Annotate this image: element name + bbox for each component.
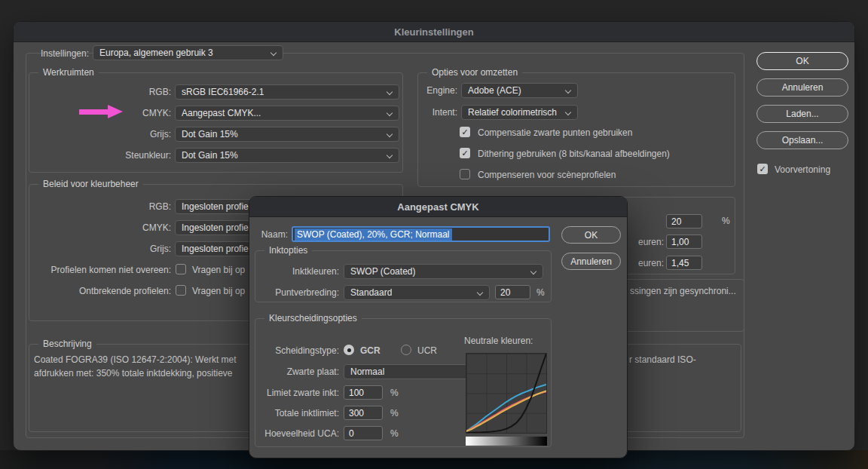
total-ink-limit-value: 300 — [349, 408, 364, 418]
blend-text-gamma-value: 1,45 — [671, 258, 689, 268]
ink-colors-label: Inktkleuren: — [255, 266, 339, 277]
gray-policy-label: Grijs: — [29, 244, 171, 254]
separation-type-label: Scheidingstype: — [255, 345, 339, 356]
uca-amount-suffix: % — [390, 428, 399, 439]
total-ink-limit-label: Totale inktlimiet: — [255, 408, 339, 418]
scene-profiles-label: Compenseren voor scèneprofielen — [478, 170, 616, 180]
blend-rgb-gamma-field[interactable]: 1,00 — [666, 234, 702, 249]
ink-options-title: Inktopties — [264, 245, 312, 256]
total-ink-limit-field[interactable]: 300 — [344, 406, 383, 420]
uca-amount-label: Hoeveelheid UCA: — [255, 428, 339, 439]
chevron-down-icon — [270, 50, 277, 56]
missing-profiles-ask-label: Vragen bij op — [192, 286, 245, 296]
scene-profiles-checkbox[interactable] — [460, 169, 470, 179]
save-button-label: Opslaan... — [782, 135, 824, 146]
gcr-radio-label: GCR — [360, 345, 381, 356]
uca-amount-field[interactable]: 0 — [344, 426, 383, 440]
spot-workspace-value: Dot Gain 15% — [182, 150, 238, 161]
color-settings-titlebar[interactable]: Kleurinstellingen — [14, 22, 854, 42]
black-point-compensation-checkbox[interactable]: ✓ — [460, 127, 470, 137]
preview-checkbox[interactable]: ✓ — [757, 164, 768, 174]
chevron-down-icon — [565, 109, 571, 115]
gray-workspace-select[interactable]: Dot Gain 15% — [175, 127, 399, 142]
dot-gain-value: Standaard — [350, 287, 392, 298]
black-plate-select[interactable]: Normaal — [344, 364, 482, 379]
ink-colors-value: SWOP (Coated) — [350, 266, 415, 277]
chevron-down-icon — [387, 110, 393, 116]
spot-workspace-label: Steunkleur: — [29, 150, 171, 161]
chevron-down-icon — [530, 268, 536, 274]
black-ink-limit-suffix: % — [390, 388, 399, 398]
name-input[interactable]: SWOP (Coated), 20%, GCR; Normaal — [292, 226, 550, 242]
chevron-down-icon — [565, 87, 571, 93]
intent-select[interactable]: Relatief colorimetrisch — [461, 105, 578, 120]
settings-preset-value: Europa, algemeen gebruik 3 — [99, 48, 213, 58]
gray-workspace-label: Grijs: — [29, 129, 171, 139]
cmyk-ok-label: OK — [585, 230, 598, 241]
custom-cmyk-titlebar[interactable]: Aangepast CMYK — [249, 197, 627, 217]
missing-profiles-checkbox[interactable] — [176, 285, 186, 296]
chevron-down-icon — [387, 152, 393, 158]
neutral-colors-curve-chart — [466, 353, 547, 434]
desaturate-monitor-value: 20 — [671, 216, 681, 227]
black-plate-label: Zwarte plaat: — [255, 366, 339, 377]
settings-preset-select[interactable]: Europa, algemeen gebruik 3 — [93, 45, 283, 60]
name-label: Naam: — [254, 229, 288, 240]
check-icon: ✓ — [757, 164, 768, 174]
sync-status-text-fragment: ssingen zijn gesynchroni... — [630, 286, 736, 296]
missing-profiles-label: Ontbrekende profielen: — [29, 286, 171, 296]
profile-mismatch-ask-label: Vragen bij op — [192, 265, 245, 275]
ink-colors-select[interactable]: SWOP (Coated) — [344, 264, 543, 279]
radio-dot-icon — [347, 348, 351, 352]
gcr-radio[interactable] — [344, 345, 354, 355]
name-input-selected-text: SWOP (Coated), 20%, GCR; Normaal — [295, 228, 452, 241]
cmyk-cancel-button[interactable]: Annuleren — [561, 253, 621, 270]
cancel-button[interactable]: Annuleren — [756, 78, 848, 97]
chevron-down-icon — [387, 131, 393, 137]
load-button[interactable]: Laden... — [756, 105, 848, 123]
cmyk-ok-button[interactable]: OK — [561, 226, 621, 244]
neutral-curves-svg — [466, 354, 546, 433]
dot-gain-label: Puntverbreding: — [255, 287, 339, 298]
ucr-radio-label: UCR — [417, 345, 437, 356]
engine-select[interactable]: Adobe (ACE) — [461, 83, 578, 98]
cmyk-cancel-label: Annuleren — [570, 256, 612, 267]
percent-suffix: % — [722, 216, 730, 226]
dot-gain-amount-field[interactable]: 20 — [495, 285, 530, 299]
desaturate-monitor-field[interactable]: 20 — [666, 214, 702, 228]
cmyk-workspace-select[interactable]: Aangepast CMYK... — [175, 106, 399, 121]
save-button[interactable]: Opslaan... — [756, 131, 848, 149]
separation-options-title: Kleurscheidingsopties — [264, 313, 362, 323]
black-ink-limit-value: 100 — [349, 388, 364, 398]
blend-rgb-gamma-value: 1,00 — [671, 237, 689, 247]
workspaces-group: Werkruimten RGB: sRGB IEC61966-2.1 CMYK:… — [29, 72, 403, 173]
spot-workspace-select[interactable]: Dot Gain 15% — [175, 148, 399, 163]
description-right-fragment: r standaard ISO- — [629, 354, 696, 365]
description-line1: Coated FOGRA39 (ISO 12647-2:2004): Werkt… — [34, 354, 237, 365]
cancel-button-label: Annuleren — [782, 82, 824, 93]
grayscale-gradient-bar — [466, 437, 547, 446]
profile-mismatch-checkbox[interactable] — [176, 264, 186, 274]
dialog-title: Kleurinstellingen — [394, 26, 473, 38]
dot-gain-select[interactable]: Standaard — [344, 285, 490, 300]
ok-button[interactable]: OK — [756, 52, 848, 70]
use-dither-checkbox[interactable]: ✓ — [460, 148, 470, 158]
engine-label: Engine: — [418, 85, 457, 96]
cmyk-policy-value: Ingesloten profie — [182, 222, 249, 233]
cmyk-workspace-value: Aangepast CMYK... — [182, 108, 261, 118]
ink-options-group: Inktopties Inktkleuren: SWOP (Coated) Pu… — [255, 250, 552, 302]
chevron-down-icon — [387, 89, 393, 95]
blend-text-gamma-field[interactable]: 1,45 — [666, 256, 702, 270]
ucr-radio[interactable] — [401, 345, 411, 355]
use-dither-label: Dithering gebruiken (8 bits/kanaal afbee… — [478, 149, 670, 159]
policies-group-title: Beleid voor kleurbeheer — [38, 179, 143, 189]
rgb-workspace-select[interactable]: sRGB IEC61966-2.1 — [175, 84, 399, 100]
preview-label: Voorvertoning — [775, 164, 830, 175]
description-group-title: Beschrijving — [38, 339, 96, 349]
black-ink-limit-field[interactable]: 100 — [344, 385, 383, 400]
description-line2: afdrukken met: 350% totale inktdekking, … — [34, 368, 232, 379]
conversion-group-title: Opties voor omzetten — [427, 67, 522, 78]
dot-gain-amount-value: 20 — [500, 287, 510, 298]
rgb-policy-label: RGB: — [29, 201, 171, 212]
black-point-compensation-label: Compensatie zwarte punten gebruiken — [478, 127, 632, 138]
